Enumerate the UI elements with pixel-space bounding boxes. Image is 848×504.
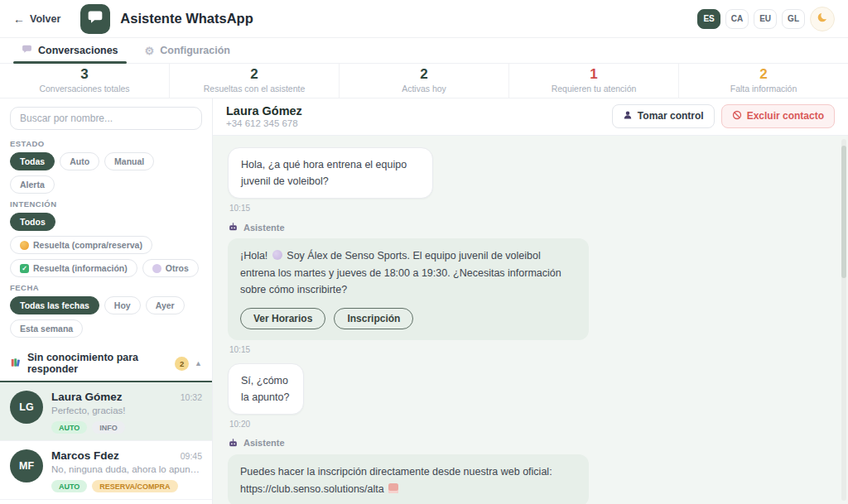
stat-label: Conversaciones totales (0, 84, 169, 94)
take-control-label: Tomar control (638, 110, 704, 122)
back-button[interactable]: ← Volver (13, 12, 60, 26)
filter-group-label: INTENCIÓN (10, 199, 202, 209)
conversation-top-row: Marcos Fdez09:45 (51, 449, 202, 462)
filter-pill-label: Hoy (114, 300, 131, 310)
exclude-contact-label: Excluir contacto (747, 110, 824, 122)
assistant-message-text: ¡Hola! Soy Álex de Senso Sports. El equi… (240, 247, 576, 299)
search-wrap (0, 98, 212, 133)
quick-reply-row: Ver HorariosInscripción (240, 308, 576, 329)
dark-mode-toggle[interactable] (810, 7, 835, 31)
filter-pill[interactable]: Alerta (10, 175, 55, 194)
filter-pill-label: Esta semana (20, 324, 73, 334)
filter-pill[interactable]: Todos (10, 213, 55, 231)
chat-scrollbar-thumb[interactable] (841, 146, 846, 278)
stat-value: 1 (509, 66, 678, 83)
quick-reply-button[interactable]: Inscripción (334, 308, 413, 329)
status-badge: AUTO (51, 421, 87, 434)
moon-icon (816, 11, 829, 27)
status-badge: AUTO (51, 480, 87, 492)
knowledge-count-badge: 2 (175, 357, 189, 371)
take-control-button[interactable]: Tomar control (612, 104, 715, 128)
filter-pill-label: Resuelta (información) (33, 263, 128, 273)
stat-value: 3 (0, 66, 169, 83)
assistant-message-text: Puedes hacer la inscripción directamente… (240, 463, 576, 497)
collapse-icon[interactable]: ▲ (195, 359, 202, 367)
filter-pill-label: Manual (114, 156, 144, 166)
assistant-label-text: Asistente (243, 438, 285, 448)
stat-card: 2Resueltas con el asistente (170, 64, 340, 98)
stat-label: Resueltas con el asistente (170, 84, 339, 94)
conversation-list: LGLaura Gómez10:32Perfecto, gracias!AUTO… (0, 382, 212, 504)
top-bar: ← Volver Asistente WhatsApp ESCAEUGL (0, 0, 848, 38)
knowledge-section-label: Sin conocimiento para responder (27, 352, 169, 375)
filter-pill[interactable]: Manual (104, 152, 154, 170)
language-button-es[interactable]: ES (697, 9, 720, 29)
tab-configuracion[interactable]: ⚙ Configuración (133, 38, 242, 63)
language-button-gl[interactable]: GL (782, 9, 805, 29)
message-timestamp: 10:20 (229, 420, 831, 429)
filter-pill[interactable]: ✓Resuelta (información) (10, 259, 137, 277)
stat-label: Requieren tu atención (509, 84, 678, 94)
tab-conversaciones[interactable]: Conversaciones (10, 38, 130, 63)
chat-panel: Laura Gómez +34 612 345 678 Tomar contro… (213, 98, 848, 504)
filter-pill-label: Auto (70, 156, 89, 166)
assistant-message-bubble: ¡Hola! Soy Álex de Senso Sports. El equi… (228, 238, 589, 340)
stats-bar: 3Conversaciones totales2Resueltas con el… (0, 64, 848, 98)
search-input[interactable] (10, 107, 202, 130)
filter-group: ESTADOTodasAutoManualAlerta (0, 139, 212, 194)
filter-pill[interactable]: Todas las fechas (10, 296, 99, 314)
chat-contact-phone: +34 612 345 678 (226, 118, 302, 128)
conversation-list-item[interactable]: LGLaura Gómez10:32Perfecto, gracias!AUTO… (0, 382, 212, 441)
back-button-label: Volver (30, 13, 60, 25)
filter-pill-label: Alerta (20, 180, 45, 190)
exclude-contact-button[interactable]: Excluir contacto (721, 104, 835, 128)
filter-pill[interactable]: Todas (10, 152, 55, 170)
tab-conversaciones-label: Conversaciones (38, 45, 118, 56)
purple-circle-icon (152, 264, 161, 273)
conversation-list-item[interactable]: APAnna PuigAyerVale, me paso entoncesMAN… (0, 500, 212, 504)
quick-reply-button[interactable]: Ver Horarios (240, 308, 325, 329)
user-message-bubble: Hola, ¿a qué hora entrena el equipo juve… (228, 147, 433, 199)
chat-bubble-icon (87, 9, 104, 29)
main-content: ESTADOTodasAutoManualAlertaINTENCIÓNTodo… (0, 98, 848, 504)
filter-pill[interactable]: Otros (142, 259, 199, 277)
user-message-row: Sí, ¿cómo la apunto? (228, 363, 833, 415)
filter-pill[interactable]: Auto (60, 152, 99, 170)
filter-group-label: ESTADO (10, 139, 202, 148)
conversation-preview: Perfecto, gracias! (51, 406, 202, 415)
conversation-sidebar: ESTADOTodasAutoManualAlertaINTENCIÓNTodo… (0, 98, 213, 504)
language-button-ca[interactable]: CA (725, 9, 749, 29)
stat-label: Activas hoy (340, 84, 508, 94)
filter-pill[interactable]: Ayer (146, 296, 185, 314)
stat-card: 2Falta información (679, 64, 848, 98)
filter-pill[interactable]: Hoy (104, 296, 141, 314)
filter-pill[interactable]: Esta semana (10, 319, 83, 338)
status-badge: RESERVA/COMPRA (92, 480, 177, 492)
status-badge: INFO (92, 421, 125, 434)
user-message-row: Hola, ¿a qué hora entrena el equipo juve… (228, 147, 833, 199)
filter-pill-label: Todas las fechas (20, 300, 89, 310)
conversation-list-item[interactable]: MFMarcos Fdez09:45No, ninguna duda, ahor… (0, 441, 212, 500)
books-icon (10, 357, 22, 371)
filter-pill[interactable]: Resuelta (compra/reserva) (10, 236, 152, 254)
assistant-message-bubble: Puedes hacer la inscripción directamente… (228, 454, 589, 504)
chat-scrollbar (841, 139, 846, 501)
conversation-badges: AUTORESERVA/COMPRA (51, 480, 202, 492)
avatar: LG (10, 391, 43, 424)
filter-group-label: FECHA (10, 283, 202, 292)
language-button-eu[interactable]: EU (754, 9, 777, 29)
conversation-badges: AUTOINFO (51, 421, 202, 434)
conversation-top-row: Laura Gómez10:32 (51, 391, 202, 403)
memo-icon (388, 483, 398, 493)
conversation-main: Laura Gómez10:32Perfecto, gracias!AUTOIN… (51, 391, 202, 434)
filter-pills: TodasAutoManualAlerta (10, 152, 202, 194)
avatar: MF (10, 449, 43, 482)
message-timestamp: 10:15 (229, 345, 831, 354)
filter-pill-label: Todos (20, 217, 46, 227)
message-timestamp: 10:15 (229, 204, 831, 213)
filter-group: INTENCIÓNTodosResuelta (compra/reserva)✓… (0, 199, 212, 277)
knowledge-section-header[interactable]: Sin conocimiento para responder 2 ▲ (0, 345, 212, 382)
person-icon (623, 110, 633, 122)
stat-value: 2 (170, 66, 339, 83)
wave-icon (272, 250, 282, 260)
